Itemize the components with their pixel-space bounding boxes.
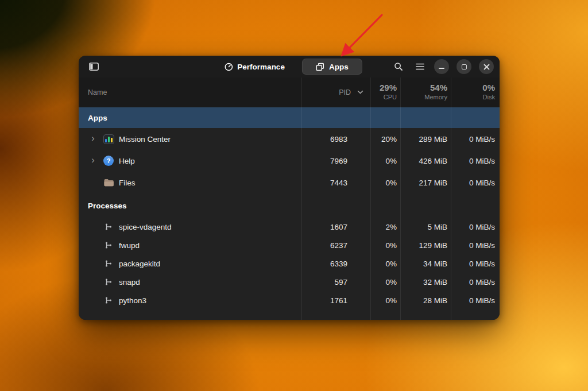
process-tree-icon [103, 276, 114, 288]
cpu-value: 0% [370, 157, 400, 165]
process-table: Name PID 29% CPU 54% Memory 0% Disk Apps [79, 78, 500, 320]
disk-header-label: Disk [483, 94, 495, 102]
section-header-processes[interactable]: Processes [79, 193, 500, 218]
memory-value: 129 MiB [400, 241, 451, 250]
pid-value: 6339 [301, 260, 370, 268]
sort-chevron-down-icon[interactable] [357, 90, 363, 94]
tab-apps-label: Apps [329, 63, 349, 71]
tab-performance[interactable]: Performance [216, 59, 293, 75]
process-name: python3 [119, 296, 146, 305]
disk-value: 0 MiB/s [451, 223, 500, 231]
cpu-value: 2% [370, 223, 400, 231]
process-name: snapd [119, 278, 140, 287]
cpu-value: 20% [370, 135, 400, 144]
minimize-icon [439, 68, 444, 69]
process-tree-icon [103, 295, 114, 306]
table-row[interactable]: › Mission Center 6983 20% 289 MiB 0 MiB/… [79, 128, 500, 150]
search-button[interactable] [392, 60, 405, 73]
process-name: Help [119, 157, 135, 165]
process-tree-icon [103, 239, 114, 251]
section-header-apps[interactable]: Apps [79, 107, 500, 128]
expander-chevron-icon[interactable]: › [88, 156, 98, 165]
table-row[interactable]: › Files 7443 0% 217 MiB 0 MiB/s [79, 172, 500, 193]
memory-value: 28 MiB [400, 296, 451, 305]
view-switcher: Performance Apps [216, 59, 362, 75]
column-header-name[interactable]: Name [79, 88, 301, 96]
sidebar-toggle-button[interactable] [84, 59, 103, 74]
cpu-value: 0% [370, 241, 400, 250]
disk-value: 0 MiB/s [451, 179, 500, 187]
pid-value: 6237 [301, 241, 370, 250]
help-app-icon: ? [103, 156, 114, 166]
process-tree-icon [103, 221, 114, 233]
performance-gauge-icon [224, 63, 233, 71]
mission-center-window: Performance Apps [79, 56, 500, 320]
column-header-pid[interactable]: PID [301, 88, 370, 96]
maximize-button[interactable] [457, 59, 471, 74]
memory-value: 426 MiB [400, 157, 451, 165]
table-row[interactable]: › spice-vdagentd 1607 2% 5 MiB 0 MiB/s [79, 218, 500, 236]
cpu-value: 0% [370, 296, 400, 305]
close-icon [483, 64, 490, 70]
column-header-cpu[interactable]: 29% CPU [370, 83, 400, 102]
disk-value: 0 MiB/s [451, 278, 500, 287]
pid-value: 6983 [301, 135, 370, 144]
memory-value: 217 MiB [400, 179, 451, 187]
column-header-memory[interactable]: 54% Memory [400, 83, 451, 102]
table-row[interactable]: › packagekitd 6339 0% 34 MiB 0 MiB/s [79, 254, 500, 273]
main-menu-button[interactable] [413, 60, 427, 73]
mission-center-app-icon [103, 134, 114, 144]
memory-value: 5 MiB [400, 223, 451, 231]
disk-value: 0 MiB/s [451, 135, 500, 144]
memory-value: 289 MiB [400, 135, 451, 144]
minimize-button[interactable] [434, 59, 449, 74]
close-button[interactable] [479, 59, 494, 74]
titlebar-actions [392, 59, 494, 74]
files-folder-icon [103, 177, 114, 188]
pid-header-label: PID [339, 88, 351, 96]
pid-value: 1607 [301, 223, 370, 231]
disk-value: 0 MiB/s [451, 241, 500, 250]
process-tree-icon [103, 258, 114, 269]
table-row[interactable]: › ? Help 7969 0% 426 MiB 0 MiB/s [79, 150, 500, 172]
memory-value: 34 MiB [400, 260, 451, 268]
titlebar: Performance Apps [79, 56, 500, 78]
memory-header-label: Memory [424, 94, 447, 102]
process-name: Mission Center [119, 135, 171, 144]
hamburger-menu-icon [416, 63, 424, 70]
pid-value: 597 [301, 278, 370, 287]
disk-value: 0 MiB/s [451, 260, 500, 268]
sidebar-toggle-icon [89, 63, 99, 71]
table-column-header: Name PID 29% CPU 54% Memory 0% Disk [79, 78, 500, 107]
column-header-disk[interactable]: 0% Disk [451, 83, 500, 102]
memory-value: 32 MiB [400, 278, 451, 287]
apps-windows-icon [316, 63, 324, 71]
table-row[interactable]: › snapd 597 0% 32 MiB 0 MiB/s [79, 273, 500, 291]
search-icon [394, 62, 403, 71]
disk-value: 0 MiB/s [451, 157, 500, 165]
cpu-value: 0% [370, 278, 400, 287]
cpu-total-value: 29% [380, 83, 397, 94]
cpu-value: 0% [370, 260, 400, 268]
pid-value: 1761 [301, 296, 370, 305]
cpu-header-label: CPU [384, 94, 397, 102]
disk-total-value: 0% [482, 83, 495, 94]
process-name: Files [119, 179, 136, 187]
tab-performance-label: Performance [237, 63, 285, 71]
process-name: fwupd [119, 241, 140, 250]
process-name: spice-vdagentd [119, 223, 172, 231]
table-row[interactable]: › fwupd 6237 0% 129 MiB 0 MiB/s [79, 236, 500, 254]
memory-total-value: 54% [430, 83, 447, 94]
pid-value: 7443 [301, 179, 370, 187]
tab-apps[interactable]: Apps [302, 59, 362, 75]
maximize-icon [462, 64, 467, 69]
disk-value: 0 MiB/s [451, 296, 500, 305]
process-name: packagekitd [119, 260, 160, 268]
pid-value: 7969 [301, 157, 370, 165]
table-row[interactable]: › python3 1761 0% 28 MiB 0 MiB/s [79, 291, 500, 309]
expander-chevron-icon[interactable]: › [88, 134, 98, 143]
cpu-value: 0% [370, 179, 400, 187]
